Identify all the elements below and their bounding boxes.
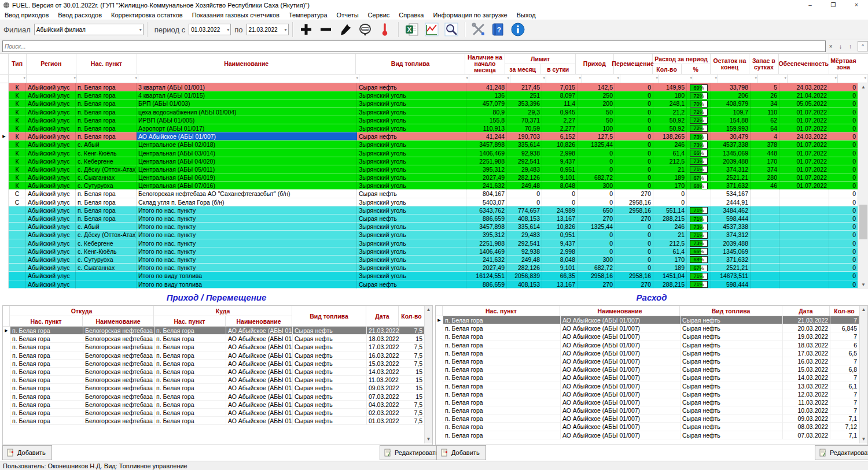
close-button[interactable]: ×: [845, 0, 868, 10]
income-row[interactable]: п. Белая гораБелогорская нефтебаза АО "С…: [3, 401, 432, 409]
header-name[interactable]: Наименование: [137, 54, 356, 75]
expense-header-settlement[interactable]: Нас. пункт: [443, 306, 560, 316]
menu-item[interactable]: Информация по загрузке: [428, 12, 512, 18]
column-filter[interactable]: ▾: [582, 75, 620, 83]
expense-row[interactable]: п. Белая гораАО Абыйское (АБЫ 01/007)Сыр…: [436, 324, 867, 332]
minimize-button[interactable]: –: [799, 0, 822, 10]
header-limit-day[interactable]: в сутки: [540, 64, 575, 74]
expense-row[interactable]: п. Белая гораАО Абыйское (АБЫ 01/007)Сыр…: [436, 332, 867, 341]
chart-icon[interactable]: [423, 22, 440, 37]
tools-icon[interactable]: [470, 22, 487, 37]
column-filter[interactable]: ▾: [546, 75, 582, 83]
column-filter[interactable]: ▾: [788, 75, 838, 83]
column-filter[interactable]: ▾: [510, 75, 546, 83]
income-row[interactable]: п. Белая гораБелогорская нефтебаза АО "С…: [3, 360, 432, 368]
fuel-row[interactable]: КАбыйский улусс. АбыйЦентральное (АБЫ 02…: [0, 140, 868, 149]
column-filter[interactable]: ▾: [469, 75, 510, 83]
expense-table-scrollbar[interactable]: ▲ ▼: [859, 306, 867, 443]
fuel-row[interactable]: ▶КАбыйский улусп. Белая гораАО Абыйское …: [0, 132, 868, 140]
income-header-from[interactable]: Откуда: [10, 306, 154, 316]
income-edit-button[interactable]: Редактировать: [380, 445, 445, 460]
expense-header-qty[interactable]: Кол-во: [830, 306, 859, 316]
fuel-row[interactable]: Абыйский улусп. Белая гораИтого по нас. …: [0, 214, 868, 223]
menu-item[interactable]: Температура: [284, 12, 332, 18]
column-filter[interactable]: ▾: [27, 75, 77, 83]
fuel-row[interactable]: Абыйский улусИтого по виду топливаЗырянс…: [0, 272, 868, 280]
column-filter[interactable]: ▾: [359, 75, 469, 83]
header-fuel[interactable]: Вид топлива: [356, 54, 465, 75]
expense-row[interactable]: п. Белая гораАО Абыйское (АБЫ 01/007)Сыр…: [436, 341, 867, 349]
income-row[interactable]: п. Белая гораБелогорская нефтебаза АО "С…: [3, 343, 432, 351]
expense-row[interactable]: п. Белая гораАО Абыйское (АБЫ 01/007)Сыр…: [436, 373, 867, 382]
fuel-row[interactable]: Абыйский улусс. СыаганнахИтого по нас. п…: [0, 264, 868, 272]
main-table-scrollbar[interactable]: ▲ ▼: [858, 83, 868, 289]
income-header-date[interactable]: Дата: [366, 306, 399, 327]
fuel-row[interactable]: Абыйский улусс. СутуруохаИтого по нас. п…: [0, 256, 868, 264]
expense-row[interactable]: п. Белая гораАО Абыйское (АБЫ 01/007)Сыр…: [436, 349, 867, 357]
income-row[interactable]: ▶п. Белая гораБелогорская нефтебаза АО "…: [3, 327, 432, 335]
expense-row[interactable]: п. Белая гораАО Абыйское (АБЫ 01/007)Сыр…: [436, 390, 867, 398]
search-input[interactable]: [2, 40, 826, 52]
branch-combobox[interactable]: Абыйский филиал ▾: [34, 24, 144, 35]
income-header-to[interactable]: Куда: [154, 306, 292, 316]
header-stock-days[interactable]: Запас в сутках: [749, 54, 779, 75]
income-header-fuel[interactable]: Вид топлива: [292, 306, 366, 327]
income-row[interactable]: п. Белая гораБелогорская нефтебаза АО "С…: [3, 335, 432, 343]
fuel-row[interactable]: Абыйский улусс. Кенг-КюёльИтого по нас. …: [0, 247, 868, 256]
fuel-row[interactable]: КАбыйский улусп. Белая горацеха водоснаб…: [0, 108, 868, 116]
fuel-row[interactable]: Абыйский улусс. АбыйИтого по нас. пункту…: [0, 223, 868, 231]
expense-row[interactable]: п. Белая гораАО Абыйское (АБЫ 01/007)Сыр…: [436, 431, 867, 439]
expense-row[interactable]: ▶п. Белая гораАО Абыйское (АБЫ 01/007)Сы…: [436, 316, 867, 324]
header-expense-qty[interactable]: Кол-во: [653, 64, 681, 74]
menu-item[interactable]: Корректировка остатков: [106, 12, 187, 18]
fuel-row[interactable]: Абыйский улусс. КебергенеИтого по нас. п…: [0, 239, 868, 247]
column-filter[interactable]: ▾: [718, 75, 758, 83]
scroll-up-icon[interactable]: ▲: [425, 306, 432, 314]
menu-item[interactable]: Показания газовых счетчиков: [187, 12, 284, 18]
scrollbar-thumb[interactable]: [859, 205, 867, 239]
menu-item[interactable]: Сервис: [363, 12, 395, 18]
add-plus-icon[interactable]: [297, 22, 315, 37]
income-row[interactable]: п. Белая гораБелогорская нефтебаза АО "С…: [3, 417, 432, 425]
header-balance[interactable]: Остаток на конец: [711, 54, 749, 75]
income-row[interactable]: п. Белая гораБелогорская нефтебаза АО "С…: [3, 368, 432, 376]
menu-item[interactable]: Выход: [512, 12, 540, 18]
column-filter[interactable]: ▾: [758, 75, 788, 83]
expense-header-date[interactable]: Дата: [782, 306, 830, 316]
expense-row[interactable]: п. Белая гораАО Абыйское (АБЫ 01/007)Сыр…: [436, 423, 867, 431]
income-table-scrollbar[interactable]: ▲ ▼: [424, 306, 432, 443]
expense-row[interactable]: п. Белая гораАО Абыйское (АБЫ 01/007)Сыр…: [436, 415, 867, 423]
scroll-up-icon[interactable]: ▲: [860, 306, 867, 314]
expense-header-name[interactable]: Наименование: [560, 306, 680, 316]
collapse-search-button[interactable]: ^: [858, 41, 868, 51]
excel-icon[interactable]: X: [403, 22, 421, 37]
income-row[interactable]: п. Белая гораБелогорская нефтебаза АО "С…: [3, 351, 432, 360]
maximize-button[interactable]: ❐: [822, 0, 845, 10]
search-magnifier-icon[interactable]: [443, 22, 460, 37]
expense-row[interactable]: п. Белая гораАО Абыйское (АБЫ 01/007)Сыр…: [436, 382, 867, 390]
fuel-row[interactable]: КАбыйский улусп. Белая гораАэропорт (АБЫ…: [0, 124, 868, 132]
column-filter[interactable]: ▾: [138, 75, 359, 83]
search-clear-icon[interactable]: ×: [826, 43, 836, 50]
income-header-from-settlement[interactable]: Нас. пункт: [10, 316, 83, 327]
fuel-row[interactable]: САбыйский улусп. Белая гораБелогорская н…: [0, 190, 868, 198]
fuel-row[interactable]: Абыйский улусп. Белая гораИтого по нас. …: [0, 206, 868, 214]
fuel-row[interactable]: КАбыйский улусп. Белая гораИРВП (АБЫ 01/…: [0, 116, 868, 124]
income-header-qty[interactable]: Кол-во: [399, 306, 424, 327]
expense-row[interactable]: п. Белая гораАО Абыйское (АБЫ 01/007)Сыр…: [436, 365, 867, 373]
header-income[interactable]: Приход: [576, 54, 613, 75]
menu-item[interactable]: Справка: [394, 12, 428, 18]
income-header-from-name[interactable]: Наименование: [83, 316, 154, 327]
scroll-up-icon[interactable]: ▲: [858, 83, 868, 91]
edit-pencil-icon[interactable]: [337, 22, 354, 37]
help-book-icon[interactable]: ?: [490, 22, 507, 37]
column-filter[interactable]: ▾: [659, 75, 693, 83]
scroll-down-icon[interactable]: ▼: [860, 435, 867, 443]
fuel-row[interactable]: КАбыйский улусп. Белая гора4 квартал (АБ…: [0, 91, 868, 99]
period-from-combobox[interactable]: 01.03.2022 ▾: [189, 24, 231, 35]
header-region[interactable]: Регион: [27, 54, 76, 75]
menu-item[interactable]: Ввод приходов: [0, 12, 53, 18]
column-filter[interactable]: ▾: [9, 75, 27, 83]
income-header-to-name[interactable]: Наименование: [226, 316, 292, 327]
header-expense-pct[interactable]: %: [681, 64, 710, 74]
